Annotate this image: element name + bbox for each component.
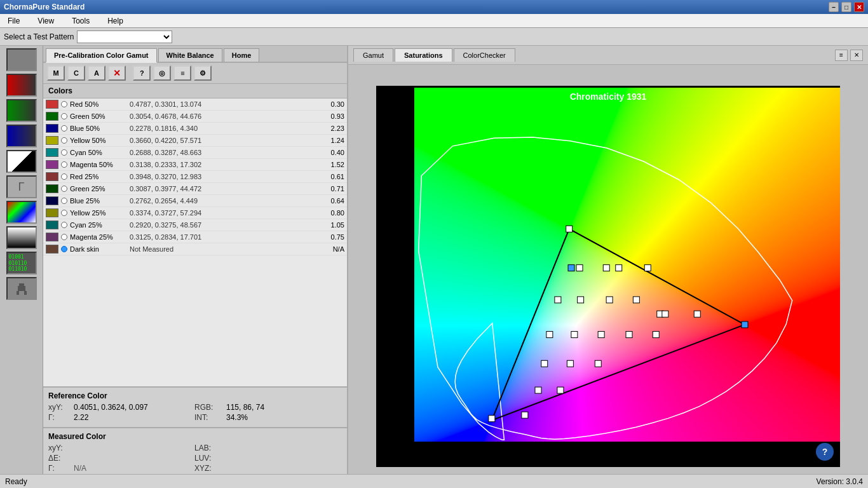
panel: Pre-Calibration Color Gamut White Balanc… <box>43 46 348 488</box>
measured-header: Measured Color <box>48 432 342 441</box>
test-pattern-dropdown[interactable] <box>77 30 172 43</box>
meas-gamma-value: N/A <box>74 464 189 473</box>
color-swatch <box>46 233 58 241</box>
swatch-white-black[interactable] <box>6 150 37 173</box>
color-row[interactable]: Yellow 50%0.3660, 0.4220, 57.5711.24 <box>43 135 347 147</box>
color-radio[interactable] <box>61 222 67 228</box>
swatch-blue[interactable] <box>6 125 37 147</box>
btn-m[interactable]: M <box>47 65 65 81</box>
meas-gamma-label: Γ: <box>48 464 74 473</box>
color-name: Cyan 50% <box>70 149 127 156</box>
color-row[interactable]: Blue 50%0.2278, 0.1816, 4.3402.23 <box>43 123 347 135</box>
tab-pre-calibration[interactable]: Pre-Calibration Color Gamut <box>46 48 157 63</box>
color-row[interactable]: Green 25%0.3087, 0.3977, 44.4720.71 <box>43 183 347 195</box>
color-radio[interactable] <box>61 149 67 156</box>
swatch-binary[interactable]: 01001010110011010 <box>6 252 37 274</box>
color-radio[interactable] <box>61 137 67 144</box>
swatch-gradient[interactable] <box>6 226 37 249</box>
color-coords: 0.3948, 0.3270, 12.983 <box>130 173 319 180</box>
color-radio[interactable] <box>61 186 67 192</box>
btn-menu[interactable]: ≡ <box>173 65 191 81</box>
meas-luv-label: LUV: <box>194 454 226 463</box>
color-value: 0.93 <box>322 112 344 120</box>
status-text: Ready <box>5 477 27 486</box>
menu-help[interactable]: Help <box>104 15 127 27</box>
swatch-gray[interactable] <box>6 48 37 71</box>
svg-rect-3 <box>24 291 27 295</box>
svg-rect-2 <box>17 291 19 295</box>
swatch-gamma[interactable]: Γ <box>6 175 37 198</box>
btn-settings[interactable]: ⚙ <box>194 65 212 81</box>
chart-close-btn[interactable]: ✕ <box>850 50 863 61</box>
version-text: Version: 3.0.4 <box>817 477 863 486</box>
color-radio[interactable] <box>61 198 67 204</box>
btn-meter[interactable]: ◎ <box>153 65 171 81</box>
tab-colorchecker[interactable]: ColorChecker <box>454 48 515 62</box>
color-swatch <box>46 196 58 205</box>
btn-cancel[interactable]: ✕ <box>108 65 126 81</box>
tab-gamut[interactable]: Gamut <box>353 48 393 62</box>
color-radio[interactable] <box>61 173 67 180</box>
color-row[interactable]: Yellow 25%0.3374, 0.3727, 57.2940.80 <box>43 207 347 219</box>
color-row[interactable]: Red 25%0.3948, 0.3270, 12.9830.61 <box>43 171 347 183</box>
color-name: Cyan 25% <box>70 221 127 229</box>
color-row[interactable]: Red 50%0.4787, 0.3301, 13.0740.30 <box>43 98 347 111</box>
menubar: File View Tools Help <box>0 14 868 28</box>
close-button[interactable]: ✕ <box>854 2 864 12</box>
color-row[interactable]: Dark skinNot MeasuredN/A <box>43 243 347 255</box>
color-row[interactable]: Magenta 50%0.3138, 0.2333, 17.3021.52 <box>43 159 347 171</box>
color-value: 0.40 <box>322 149 344 156</box>
colors-list[interactable]: Red 50%0.4787, 0.3301, 13.0740.30Green 5… <box>43 98 347 386</box>
color-radio[interactable] <box>61 246 67 252</box>
swatch-green[interactable] <box>6 99 37 122</box>
minimize-button[interactable]: – <box>829 2 839 12</box>
tab-white-balance[interactable]: White Balance <box>158 48 222 62</box>
color-swatch <box>46 172 58 181</box>
color-row[interactable]: Green 50%0.3054, 0.4678, 44.6760.93 <box>43 111 347 123</box>
color-coords: 0.3125, 0.2834, 17.701 <box>130 233 319 241</box>
sidebar: Γ 01001010110011010 <box>0 46 43 488</box>
color-swatch <box>46 100 58 109</box>
swatch-arm[interactable] <box>6 277 37 300</box>
color-row[interactable]: Magenta 25%0.3125, 0.2834, 17.7010.75 <box>43 231 347 243</box>
color-name: Yellow 50% <box>70 137 127 144</box>
color-value: 0.80 <box>322 209 344 217</box>
reference-section: Reference Color xyY: 0.4051, 0.3624, 0.0… <box>43 386 347 427</box>
color-row[interactable]: Cyan 25%0.2920, 0.3275, 48.5671.05 <box>43 219 347 231</box>
swatch-red[interactable] <box>6 74 37 97</box>
btn-a[interactable]: A <box>88 65 105 81</box>
color-swatch <box>46 148 58 157</box>
menu-view[interactable]: View <box>34 15 58 27</box>
reference-header: Reference Color <box>48 391 342 400</box>
swatch-spectrum[interactable] <box>6 201 37 224</box>
meas-delta-label: ΔE: <box>48 454 74 463</box>
color-radio[interactable] <box>61 161 67 168</box>
toolbar: Select a Test Pattern <box>0 28 868 46</box>
ref-int-label: INT: <box>194 413 226 422</box>
menu-tools[interactable]: Tools <box>68 15 93 27</box>
color-name: Green 25% <box>70 185 127 193</box>
color-row[interactable]: Cyan 50%0.2688, 0.3287, 48.6630.40 <box>43 147 347 159</box>
maximize-button[interactable]: □ <box>841 2 851 12</box>
color-radio[interactable] <box>61 125 67 132</box>
color-name: Magenta 50% <box>70 161 127 168</box>
color-radio[interactable] <box>61 234 67 240</box>
btn-help[interactable]: ? <box>133 65 151 81</box>
color-radio[interactable] <box>61 210 67 216</box>
color-coords: 0.2278, 0.1816, 4.340 <box>130 125 319 132</box>
btn-c[interactable]: C <box>67 65 85 81</box>
color-value: 2.23 <box>322 125 344 132</box>
color-radio[interactable] <box>61 101 67 107</box>
color-name: Red 50% <box>70 100 127 108</box>
menu-file[interactable]: File <box>4 15 24 27</box>
color-name: Dark skin <box>70 245 127 253</box>
tab-saturations[interactable]: Saturations <box>395 48 452 62</box>
color-radio[interactable] <box>61 113 67 119</box>
color-coords: 0.2688, 0.3287, 48.663 <box>130 149 319 156</box>
help-button[interactable]: ? <box>816 443 834 461</box>
chart-menu-btn[interactable]: ≡ <box>835 50 848 61</box>
tab-home[interactable]: Home <box>224 48 260 62</box>
color-value: 0.30 <box>322 100 344 108</box>
svg-rect-1 <box>18 286 25 291</box>
color-row[interactable]: Blue 25%0.2762, 0.2654, 4.4490.64 <box>43 195 347 207</box>
